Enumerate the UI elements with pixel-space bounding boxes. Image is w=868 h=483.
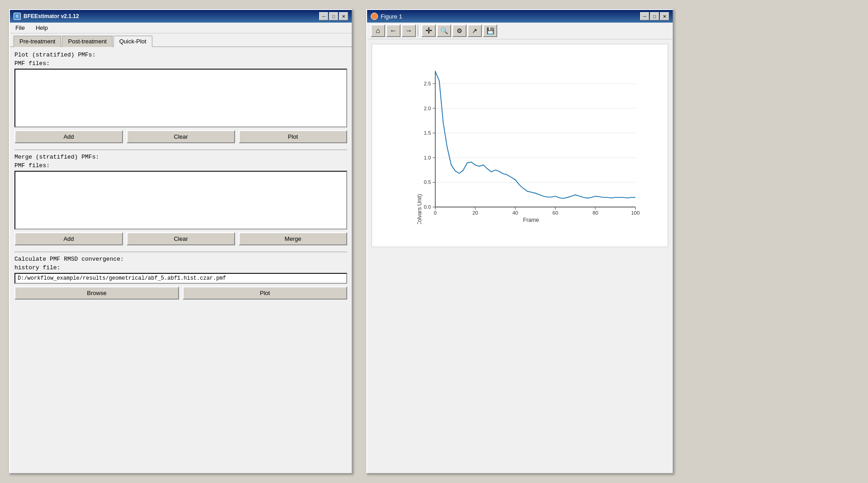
figure-toolbar: ⌂ ← → ✛ 🔍 ⚙ ↗ 💾 <box>367 23 673 39</box>
pmf-files-label-2: PMF files: <box>14 162 347 169</box>
tab-quick-plot[interactable]: Quick-Plot <box>113 36 152 47</box>
figure-controls: ─ □ ✕ <box>640 12 669 20</box>
svg-text:Frame: Frame <box>523 217 539 223</box>
clear-button-1[interactable]: Clear <box>127 130 235 143</box>
rmsd-buttons: Browse Plot <box>14 286 347 300</box>
svg-text:2.0: 2.0 <box>424 106 431 111</box>
app-icon: B <box>14 13 21 20</box>
svg-text:40: 40 <box>513 210 519 216</box>
history-file-input[interactable] <box>14 273 347 284</box>
tab-post-treatment[interactable]: Post-treatment <box>62 36 112 47</box>
toolbar-curve-button[interactable]: ↗ <box>467 24 482 37</box>
figure-close-button[interactable]: ✕ <box>660 12 669 20</box>
content-area: Plot (stratified) PMFs: PMF files: Add C… <box>10 47 352 473</box>
toolbar-settings-button[interactable]: ⚙ <box>452 24 467 37</box>
pmf-files-label-1: PMF files: <box>14 60 347 67</box>
svg-text:60: 60 <box>552 210 558 216</box>
chart-svg: RMSD (Colvars Unit) Frame <box>399 62 659 224</box>
app-title: BFEEstimator v2.1.12 <box>24 13 79 19</box>
svg-text:1.0: 1.0 <box>424 155 431 160</box>
clear-button-2[interactable]: Clear <box>127 232 235 245</box>
svg-text:80: 80 <box>593 210 599 216</box>
history-file-label: history file: <box>14 264 347 271</box>
toolbar-save-button[interactable]: 💾 <box>483 24 497 37</box>
toolbar-pan-button[interactable]: ✛ <box>421 24 436 37</box>
plot-pmfs-buttons: Add Clear Plot <box>14 130 347 143</box>
plot-button-3[interactable]: Plot <box>183 286 347 300</box>
maximize-button[interactable]: □ <box>329 12 338 20</box>
merge-button[interactable]: Merge <box>239 232 347 245</box>
chart-container: RMSD (Colvars Unit) Frame <box>367 39 673 473</box>
toolbar-home-button[interactable]: ⌂ <box>371 24 385 37</box>
chart-wrapper: RMSD (Colvars Unit) Frame <box>372 44 668 247</box>
plot-pmfs-section: Plot (stratified) PMFs: PMF files: Add C… <box>14 52 347 143</box>
close-button[interactable]: ✕ <box>339 12 348 20</box>
merge-pmfs-section: Merge (stratified) PMFs: PMF files: Add … <box>14 154 347 245</box>
svg-text:20: 20 <box>472 210 478 216</box>
divider-2 <box>14 252 347 252</box>
browse-button[interactable]: Browse <box>14 286 179 300</box>
svg-text:100: 100 <box>631 210 640 216</box>
figure-minimize-button[interactable]: ─ <box>640 12 649 20</box>
tab-pre-treatment[interactable]: Pre-treatment <box>14 36 61 47</box>
menu-help[interactable]: Help <box>34 23 50 32</box>
plot-pmfs-label: Plot (stratified) PMFs: <box>14 52 347 58</box>
merge-pmfs-label: Merge (stratified) PMFs: <box>14 154 347 160</box>
pmf-files-list-1[interactable] <box>14 69 347 127</box>
figure-title-bar: Figure 1 ─ □ ✕ <box>367 10 673 23</box>
pmf-files-list-2[interactable] <box>14 171 347 230</box>
svg-text:0.5: 0.5 <box>424 179 431 185</box>
svg-text:2.5: 2.5 <box>424 81 431 86</box>
toolbar-forward-button[interactable]: → <box>401 24 416 37</box>
title-bar-controls: ─ □ ✕ <box>319 12 348 20</box>
figure-title: Figure 1 <box>381 13 402 20</box>
svg-text:1.5: 1.5 <box>424 130 431 136</box>
add-button-1[interactable]: Add <box>14 130 123 143</box>
divider-1 <box>14 150 347 150</box>
minimize-button[interactable]: ─ <box>319 12 328 20</box>
rmsd-section: Calculate PMF RMSD convergence: history … <box>14 256 347 300</box>
menu-file[interactable]: File <box>14 23 27 32</box>
toolbar-zoom-button[interactable]: 🔍 <box>437 24 451 37</box>
toolbar-back-button[interactable]: ← <box>386 24 401 37</box>
add-button-2[interactable]: Add <box>14 232 123 245</box>
svg-rect-0 <box>410 62 648 224</box>
menu-bar: File Help <box>10 23 352 33</box>
svg-text:RMSD (Colvars Unit): RMSD (Colvars Unit) <box>416 194 423 224</box>
figure-maximize-button[interactable]: □ <box>650 12 659 20</box>
tabs-container: Pre-treatment Post-treatment Quick-Plot <box>10 33 352 47</box>
title-bar: B BFEEstimator v2.1.12 ─ □ ✕ <box>10 10 352 23</box>
rmsd-label: Calculate PMF RMSD convergence: <box>14 256 347 263</box>
main-window: B BFEEstimator v2.1.12 ─ □ ✕ File Help P… <box>9 9 353 474</box>
toolbar-divider-1 <box>418 25 420 36</box>
plot-button-1[interactable]: Plot <box>239 130 347 143</box>
svg-text:0.0: 0.0 <box>424 204 431 210</box>
merge-pmfs-buttons: Add Clear Merge <box>14 232 347 245</box>
title-bar-left: B BFEEstimator v2.1.12 <box>14 13 79 20</box>
figure-window: Figure 1 ─ □ ✕ ⌂ ← → ✛ 🔍 ⚙ ↗ 💾 RMSD (Col… <box>366 9 674 474</box>
svg-text:0: 0 <box>434 210 437 216</box>
